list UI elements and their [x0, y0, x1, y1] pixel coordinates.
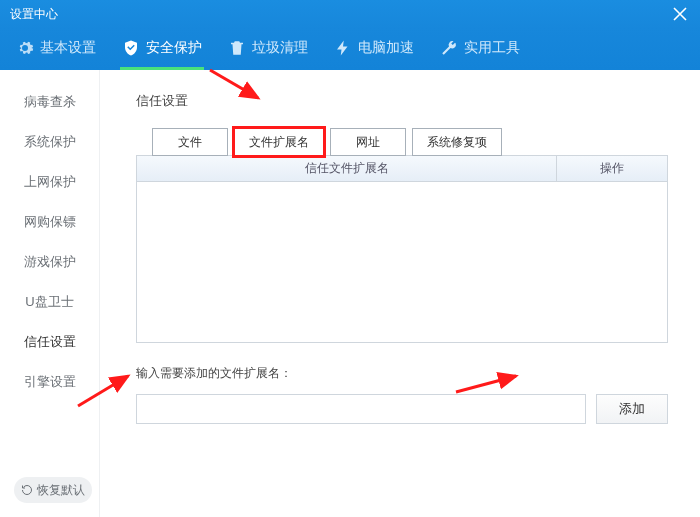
titlebar: 设置中心: [0, 0, 700, 28]
sidebar-item-label: 系统保护: [24, 133, 76, 151]
tab-security[interactable]: 安全保护: [120, 28, 204, 70]
sidebar-item-label: 上网保护: [24, 173, 76, 191]
tab-tools[interactable]: 实用工具: [438, 28, 522, 70]
sidebar-item-label: 网购保镖: [24, 213, 76, 231]
subtab-label: 文件扩展名: [249, 134, 309, 151]
subtab-label: 网址: [356, 134, 380, 151]
shield-icon: [122, 39, 140, 57]
trash-icon: [228, 39, 246, 57]
table-header-extension: 信任文件扩展名: [137, 156, 557, 181]
main-panel: 信任设置 文件 文件扩展名 网址 系统修复项 信任文件扩展名 操作 输入需要添加…: [100, 70, 700, 517]
table-body: [137, 182, 667, 342]
extension-input[interactable]: [136, 394, 586, 424]
sidebar-item-label: 引擎设置: [24, 373, 76, 391]
sidebar-item-shopping-guard[interactable]: 网购保镖: [0, 202, 99, 242]
subtab-label: 文件: [178, 134, 202, 151]
input-prompt: 输入需要添加的文件扩展名：: [136, 365, 668, 382]
add-button-label: 添加: [619, 401, 645, 416]
subtab-row: 文件 文件扩展名 网址 系统修复项: [152, 128, 668, 156]
gear-icon: [16, 39, 34, 57]
sidebar-item-trust-settings[interactable]: 信任设置: [0, 322, 99, 362]
add-button[interactable]: 添加: [596, 394, 668, 424]
bolt-icon: [334, 39, 352, 57]
tab-label: 垃圾清理: [252, 39, 308, 57]
restore-defaults-button[interactable]: 恢复默认: [14, 477, 92, 503]
trust-table: 信任文件扩展名 操作: [136, 155, 668, 343]
sidebar: 病毒查杀 系统保护 上网保护 网购保镖 游戏保护 U盘卫士 信任设置 引擎设置 …: [0, 70, 100, 517]
tab-basic-settings[interactable]: 基本设置: [14, 28, 98, 70]
section-title: 信任设置: [136, 92, 668, 110]
subtab-url[interactable]: 网址: [330, 128, 406, 156]
sidebar-item-usb-guard[interactable]: U盘卫士: [0, 282, 99, 322]
subtab-label: 系统修复项: [427, 134, 487, 151]
sidebar-item-label: 信任设置: [24, 333, 76, 351]
subtab-file-extension[interactable]: 文件扩展名: [234, 128, 324, 156]
sidebar-item-virus-scan[interactable]: 病毒查杀: [0, 82, 99, 122]
subtab-system-repair[interactable]: 系统修复项: [412, 128, 502, 156]
close-icon: [673, 7, 687, 21]
content-area: 病毒查杀 系统保护 上网保护 网购保镖 游戏保护 U盘卫士 信任设置 引擎设置 …: [0, 70, 700, 517]
table-header: 信任文件扩展名 操作: [137, 156, 667, 182]
sidebar-item-label: 游戏保护: [24, 253, 76, 271]
subtab-file[interactable]: 文件: [152, 128, 228, 156]
close-button[interactable]: [660, 0, 700, 28]
restore-label: 恢复默认: [37, 482, 85, 499]
tab-label: 基本设置: [40, 39, 96, 57]
wrench-icon: [440, 39, 458, 57]
tab-label: 电脑加速: [358, 39, 414, 57]
sidebar-item-label: U盘卫士: [25, 293, 73, 311]
refresh-icon: [21, 484, 33, 496]
top-tabbar: 基本设置 安全保护 垃圾清理 电脑加速 实用工具: [0, 28, 700, 70]
window-title: 设置中心: [10, 6, 58, 23]
table-header-action: 操作: [557, 156, 667, 181]
input-row: 添加: [136, 394, 668, 424]
tab-trash-clean[interactable]: 垃圾清理: [226, 28, 310, 70]
sidebar-item-web-protect[interactable]: 上网保护: [0, 162, 99, 202]
tab-label: 实用工具: [464, 39, 520, 57]
sidebar-item-engine-settings[interactable]: 引擎设置: [0, 362, 99, 402]
sidebar-item-system-protect[interactable]: 系统保护: [0, 122, 99, 162]
sidebar-item-label: 病毒查杀: [24, 93, 76, 111]
sidebar-item-game-protect[interactable]: 游戏保护: [0, 242, 99, 282]
tab-label: 安全保护: [146, 39, 202, 57]
tab-speedup[interactable]: 电脑加速: [332, 28, 416, 70]
